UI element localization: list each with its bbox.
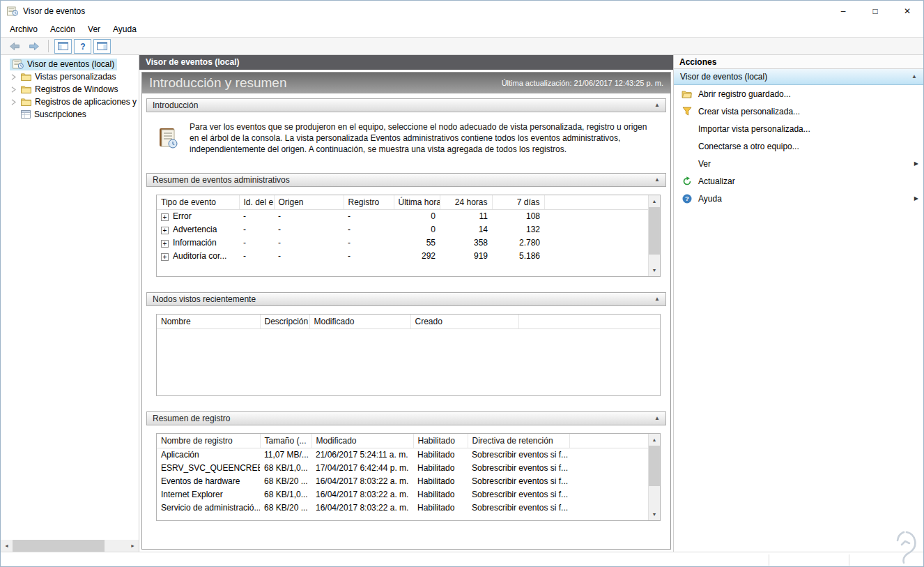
action-ayuda[interactable]: ?Ayuda▶ xyxy=(674,190,923,207)
action-conectarse-a-otro-equipo[interactable]: Conectarse a otro equipo... xyxy=(674,137,923,155)
table-row[interactable]: +Información---553582.780 xyxy=(157,236,648,249)
column-header-descripcion[interactable]: Descripción xyxy=(260,315,309,328)
expand-plus-icon[interactable]: + xyxy=(161,253,169,261)
collapse-arrow-icon[interactable] xyxy=(911,74,917,80)
chevron-right-icon[interactable] xyxy=(9,86,18,93)
column-header-modificado[interactable]: Modificado xyxy=(309,315,410,328)
menu-accion[interactable]: Acción xyxy=(44,23,82,36)
collapse-arrow-icon[interactable] xyxy=(654,177,660,183)
action-crear-vista-personalizada[interactable]: Crear vista personalizada... xyxy=(674,103,923,120)
table-cell: +Información xyxy=(157,236,239,249)
column-header-7-dias[interactable]: 7 días xyxy=(492,195,544,209)
table-row[interactable]: +Error---011108 xyxy=(157,209,648,222)
show-console-tree-button[interactable] xyxy=(54,39,72,54)
expand-plus-icon[interactable]: + xyxy=(161,227,169,234)
action-actualizar[interactable]: Actualizar xyxy=(674,172,923,190)
scrollbar-thumb[interactable] xyxy=(649,446,660,486)
column-header-nombre[interactable]: Nombre xyxy=(157,315,260,328)
minimize-button[interactable]: – xyxy=(827,1,859,22)
collapse-arrow-icon[interactable] xyxy=(654,296,660,302)
maximize-button[interactable]: □ xyxy=(859,1,891,22)
chevron-right-icon[interactable] xyxy=(9,74,18,80)
collapse-arrow-icon[interactable] xyxy=(654,103,660,108)
tree-node[interactable]: Suscripciones xyxy=(18,109,89,121)
column-header-ultima-hora[interactable]: Última hora xyxy=(394,195,440,209)
column-header-creado[interactable]: Creado xyxy=(410,315,518,328)
tree-item-registros-de-windows[interactable]: Registros de Windows xyxy=(1,83,139,96)
menu-ayuda[interactable]: Ayuda xyxy=(107,23,143,36)
table-row[interactable]: Internet Explorer68 KB/1,0...16/04/2017 … xyxy=(157,487,648,501)
column-header-nombre-de-registro[interactable]: Nombre de registro xyxy=(157,434,260,448)
table-cell: 17/04/2017 6:42:44 p. m. xyxy=(311,461,413,474)
action-abrir-registro-guardado[interactable]: Abrir registro guardado... xyxy=(674,85,923,103)
section-title: Resumen de eventos administrativos xyxy=(153,175,290,185)
section-header-recent-nodes[interactable]: Nodos vistos recientemente xyxy=(146,292,666,306)
toolbar-separator xyxy=(48,40,49,52)
tree-item-vistas-personalizadas[interactable]: Vistas personalizadas xyxy=(1,70,139,83)
table-row[interactable]: +Advertencia---014132 xyxy=(157,222,648,236)
column-header-tamano[interactable]: Tamaño (... xyxy=(260,434,311,448)
section-header-introduction[interactable]: Introducción xyxy=(146,98,666,112)
chevron-right-icon[interactable] xyxy=(9,99,18,105)
tree-horizontal-scrollbar[interactable] xyxy=(1,540,139,552)
table-row[interactable]: Servicio de administració...68 KB/20 ...… xyxy=(157,501,648,514)
column-header-habilitado[interactable]: Habilitado xyxy=(413,434,468,448)
scroll-up-icon[interactable] xyxy=(649,195,660,207)
scrollbar-thumb[interactable] xyxy=(13,540,105,552)
table-cell: 68 KB/20 ... xyxy=(260,474,311,487)
tree-node[interactable]: Registros de aplicaciones y s xyxy=(18,96,139,108)
table-row[interactable]: +Auditoría cor...---2929195.186 xyxy=(157,249,648,262)
table-row[interactable]: ESRV_SVC_QUEENCREEK68 KB/1,0...17/04/201… xyxy=(157,461,648,474)
tree-node[interactable]: Vistas personalizadas xyxy=(18,71,119,83)
help-button[interactable]: ? xyxy=(74,39,91,54)
tree-item-registros-de-aplicaciones-y-s[interactable]: Registros de aplicaciones y s xyxy=(1,96,139,108)
window-controls: – □ ✕ xyxy=(827,1,923,22)
scrollbar-thumb[interactable] xyxy=(649,207,660,255)
show-action-pane-button[interactable] xyxy=(93,39,111,54)
column-header-directiva-de-retencion[interactable]: Directiva de retención xyxy=(468,434,569,448)
column-header-24-horas[interactable]: 24 horas xyxy=(440,195,492,209)
section-header-admin-events[interactable]: Resumen de eventos administrativos xyxy=(146,173,666,187)
table-cell-filler xyxy=(569,501,648,514)
tree-node[interactable]: Visor de eventos (local) xyxy=(10,59,117,70)
menu-archivo[interactable]: Archivo xyxy=(3,23,44,36)
table-row[interactable]: Aplicación11,07 MB/...21/06/2017 5:24:11… xyxy=(157,448,648,461)
scroll-right-icon[interactable] xyxy=(127,540,139,552)
column-header-origen[interactable]: Origen xyxy=(274,195,344,209)
scroll-down-icon[interactable] xyxy=(649,508,660,520)
back-button[interactable] xyxy=(6,39,23,54)
expand-plus-icon[interactable]: + xyxy=(161,213,169,221)
action-item-label: Crear vista personalizada... xyxy=(698,107,800,116)
titlebar: Visor de eventos – □ ✕ xyxy=(1,1,923,22)
scroll-down-icon[interactable] xyxy=(649,264,660,276)
action-item-label: Importar vista personalizada... xyxy=(698,124,810,134)
section-header-log-summary[interactable]: Resumen de registro xyxy=(146,411,666,425)
column-header-tipo-de-evento[interactable]: Tipo de evento xyxy=(157,195,239,209)
scroll-left-icon[interactable] xyxy=(1,540,13,552)
vertical-scrollbar[interactable] xyxy=(648,195,660,276)
panel-title: Visor de eventos (local) xyxy=(139,55,673,70)
table-row[interactable]: Eventos de hardware68 KB/20 ...16/04/201… xyxy=(157,474,648,487)
collapse-arrow-icon[interactable] xyxy=(654,416,660,421)
close-button[interactable]: ✕ xyxy=(891,1,923,22)
table-cell-filler xyxy=(544,222,648,236)
forward-button[interactable] xyxy=(25,39,43,54)
column-header-id-del-e[interactable]: Id. del e... xyxy=(239,195,274,209)
vertical-scrollbar[interactable] xyxy=(648,434,660,520)
actions-group-header[interactable]: Visor de eventos (local) xyxy=(674,69,923,85)
menu-ver[interactable]: Ver xyxy=(82,23,107,36)
action-ver[interactable]: Ver▶ xyxy=(674,155,923,172)
admin-events-table: Tipo de eventoId. del e...OrigenRegistro… xyxy=(157,195,648,262)
tree-node[interactable]: Registros de Windows xyxy=(18,84,121,96)
event-viewer-app-icon xyxy=(7,6,18,16)
tree-item-visor-de-eventos-local[interactable]: Visor de eventos (local) xyxy=(1,58,139,70)
tree-item-suscripciones[interactable]: Suscripciones xyxy=(1,108,139,121)
last-update-text: Última actualización: 21/06/2017 12:43:2… xyxy=(502,79,663,87)
action-importar-vista-personalizada[interactable]: Importar vista personalizada... xyxy=(674,120,923,137)
column-header-registro[interactable]: Registro xyxy=(344,195,394,209)
column-header-modificado[interactable]: Modificado xyxy=(311,434,413,448)
table-cell: 0 xyxy=(394,209,440,222)
expand-plus-icon[interactable]: + xyxy=(161,240,169,248)
scroll-up-icon[interactable] xyxy=(649,434,660,446)
filter-icon xyxy=(681,107,693,116)
